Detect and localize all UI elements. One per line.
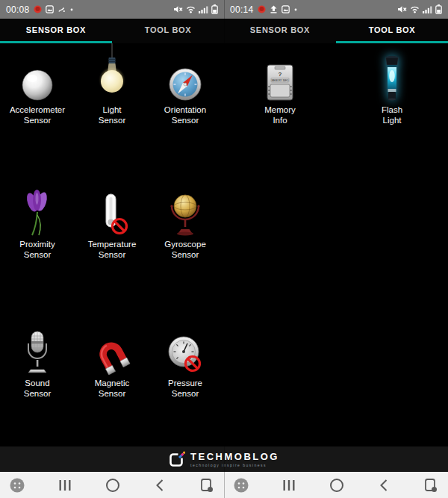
item-label: Pressure Sensor <box>148 378 223 399</box>
nav-bar-left <box>0 472 224 498</box>
home-button[interactable] <box>105 477 121 494</box>
item-label: Proximity Sensor <box>0 239 75 260</box>
more-dot-icon <box>293 7 298 12</box>
tab-label: TOOL BOX <box>369 25 416 34</box>
brand-text-block: TECHMOBLOG technology inspire business <box>190 452 279 467</box>
game-tools-button[interactable] <box>9 477 25 494</box>
status-right-cluster <box>173 4 218 14</box>
status-left-cluster: 00:14 <box>230 4 298 15</box>
microphone-icon <box>20 330 55 375</box>
grid-item-gyroscope[interactable]: Gyroscope Sensor <box>148 188 223 260</box>
item-label: Accelerometer Sensor <box>0 105 75 125</box>
grid-item-temperature[interactable]: Temperature Sensor <box>75 188 149 260</box>
flashlight-icon <box>381 55 403 102</box>
pressure-gauge-blocked-icon <box>167 333 204 375</box>
item-label: Magnetic Sensor <box>75 378 149 399</box>
tab-bar: SENSOR BOX TOOL BOX <box>0 19 224 43</box>
status-left-cluster: 00:08 <box>6 4 74 15</box>
horseshoe-magnet-icon <box>92 336 132 375</box>
light-bulb-icon <box>93 43 131 102</box>
tab-tool-box[interactable]: TOOL BOX <box>112 19 224 43</box>
wifi-icon <box>410 5 420 13</box>
crocus-flower-icon <box>19 190 56 236</box>
more-dot-icon <box>69 7 74 12</box>
item-label: Flash Light <box>336 105 448 125</box>
clock: 00:08 <box>6 4 30 15</box>
screen-record-icon <box>34 5 42 13</box>
thermometer-blocked-icon <box>95 193 129 236</box>
recents-button[interactable] <box>281 478 297 493</box>
tab-bar: SENSOR BOX TOOL BOX <box>224 19 448 43</box>
item-label: Light Sensor <box>75 105 149 125</box>
back-icon <box>376 477 391 494</box>
recents-button[interactable] <box>57 478 73 493</box>
smart-capture-icon <box>423 477 439 494</box>
svg-text:MEMORY INFO: MEMORY INFO <box>272 79 289 82</box>
screen-record-icon <box>258 5 266 13</box>
recents-icon <box>281 478 297 493</box>
gallery-icon <box>46 5 54 13</box>
nav-bar-right <box>224 472 448 498</box>
accelerometer-ball-icon <box>20 67 55 102</box>
game-tools-icon <box>9 477 25 494</box>
tab-sensor-box[interactable]: SENSOR BOX <box>224 19 336 43</box>
smart-capture-icon <box>199 477 215 494</box>
item-label: Sound Sensor <box>0 378 75 399</box>
back-button[interactable] <box>376 477 391 494</box>
signal-icon <box>199 5 208 13</box>
item-label: Memory Info <box>224 105 336 125</box>
grid-item-magnetic[interactable]: Magnetic Sensor <box>75 327 149 399</box>
screenshot-divider <box>224 0 225 498</box>
back-icon <box>152 477 167 494</box>
brand-name: TECHMOBLOG <box>190 452 279 461</box>
tool-grid: ? MEMORY INFO Memory Info <box>224 43 448 446</box>
status-right-cluster <box>397 4 442 14</box>
recents-icon <box>57 478 73 493</box>
game-tools-button[interactable] <box>233 477 249 494</box>
smart-capture-button[interactable] <box>199 477 215 494</box>
grid-item-memory-info[interactable]: ? MEMORY INFO Memory Info <box>224 54 336 125</box>
phone-left: 00:08 SENSOR BOX TOOL BOX <box>0 0 224 472</box>
tab-tool-box[interactable]: TOOL BOX <box>336 19 448 43</box>
composite-screenshot: 00:08 SENSOR BOX TOOL BOX <box>0 0 448 498</box>
grid-item-light[interactable]: Light Sensor <box>75 54 149 125</box>
mute-icon <box>173 5 183 13</box>
grid-item-accelerometer[interactable]: Accelerometer Sensor <box>0 54 75 125</box>
compass-icon <box>168 67 202 102</box>
item-label: Gyroscope Sensor <box>148 239 223 260</box>
mute-icon <box>397 5 407 13</box>
grid-item-pressure[interactable]: Pressure Sensor <box>148 327 223 399</box>
item-label: Temperature Sensor <box>75 239 149 260</box>
signal-icon <box>423 5 432 13</box>
wifi-icon <box>186 5 196 13</box>
tab-sensor-box[interactable]: SENSOR BOX <box>0 19 112 43</box>
upload-icon <box>270 5 278 13</box>
grid-item-proximity[interactable]: Proximity Sensor <box>0 188 75 260</box>
battery-icon <box>435 4 442 14</box>
item-label: Orientation Sensor <box>148 105 223 125</box>
status-bar: 00:14 <box>224 0 448 19</box>
status-bar: 00:08 <box>0 0 224 19</box>
home-icon <box>105 477 121 494</box>
grid-item-orientation[interactable]: Orientation Sensor <box>148 54 223 125</box>
home-icon <box>329 477 345 494</box>
notification-glyph-icon <box>57 5 66 13</box>
back-button[interactable] <box>152 477 167 494</box>
tab-label: SENSOR BOX <box>26 25 86 34</box>
svg-text:?: ? <box>279 71 282 78</box>
gallery-icon <box>281 5 290 13</box>
techmoblog-logo-icon <box>169 451 185 467</box>
tab-label: SENSOR BOX <box>250 25 310 34</box>
phone-right: 00:14 SENSOR BOX TOOL BOX <box>224 0 448 472</box>
battery-icon <box>211 4 218 14</box>
home-button[interactable] <box>329 477 345 494</box>
grid-item-flash-light[interactable]: Flash Light <box>336 54 448 125</box>
memory-card-icon: ? MEMORY INFO <box>266 64 294 102</box>
game-tools-icon <box>233 477 249 494</box>
gyroscope-globe-icon <box>167 191 203 236</box>
clock: 00:14 <box>230 4 254 15</box>
sensor-grid: Accelerometer Sensor Light Sensor <box>0 43 224 446</box>
smart-capture-button[interactable] <box>423 477 439 494</box>
grid-item-sound[interactable]: Sound Sensor <box>0 327 75 399</box>
tab-label: TOOL BOX <box>145 25 192 34</box>
